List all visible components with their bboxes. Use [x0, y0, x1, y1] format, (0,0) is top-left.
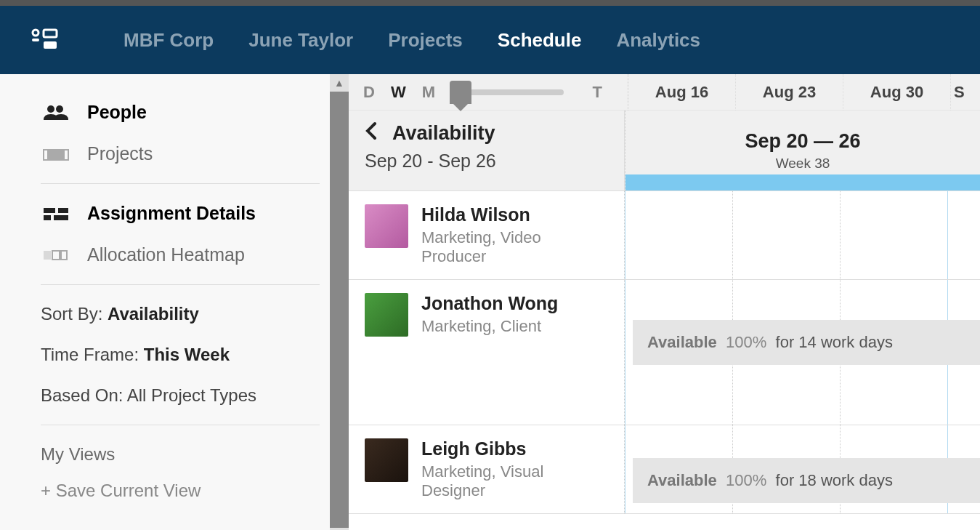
person-role: Marketing, Client [421, 317, 558, 336]
sidebar-scrollbar[interactable]: ▲ [330, 74, 349, 530]
back-chevron-icon[interactable] [365, 121, 378, 146]
main-nav: MBF Corp June Taylor Projects Schedule A… [123, 29, 700, 52]
availability-title: Availability [392, 122, 495, 145]
date-col[interactable]: Aug 23 [736, 74, 843, 111]
sidebar-people[interactable]: People [41, 92, 320, 133]
svg-point-0 [33, 30, 39, 36]
person-role: Marketing, Video Producer [421, 228, 608, 266]
avatar [365, 204, 408, 248]
projects-icon [41, 145, 71, 163]
person-name: Hilda Wilson [421, 204, 608, 225]
filter-time-frame[interactable]: Time Frame: This Week [41, 334, 320, 375]
person-name: Jonathon Wong [421, 293, 558, 314]
svg-rect-13 [52, 251, 60, 260]
people-list: Hilda Wilson Marketing, Video Producer J… [349, 191, 980, 530]
save-current-view-button[interactable]: + Save Current View [41, 475, 320, 507]
person-timeline[interactable]: Available 100% for 18 work days [625, 425, 980, 513]
week-highlight-bar [625, 174, 980, 190]
sidebar-allocation-heatmap[interactable]: Allocation Heatmap [41, 234, 320, 276]
availability-bar[interactable]: Available 100% for 14 work days [633, 320, 980, 365]
week-header[interactable]: Sep 20 — 26 Week 38 [625, 111, 980, 190]
svg-rect-7 [48, 150, 64, 160]
divider [41, 425, 320, 425]
assignment-details-icon [41, 205, 71, 222]
app-logo [29, 28, 58, 52]
today-button[interactable]: T [593, 83, 602, 102]
nav-company[interactable]: MBF Corp [123, 29, 214, 52]
filter-sort-by[interactable]: Sort By: Availability [41, 294, 320, 334]
people-icon [41, 104, 71, 121]
sidebar-label: Projects [87, 143, 153, 164]
nav-projects[interactable]: Projects [388, 29, 463, 52]
divider [41, 183, 320, 184]
sidebar-label: Assignment Details [87, 203, 256, 224]
nav-user[interactable]: June Taylor [248, 29, 353, 52]
schedule-content: D W M T Aug 16 Aug 23 Aug 30 S [349, 74, 980, 530]
date-col[interactable]: Aug 16 [628, 74, 736, 111]
allocation-heatmap-icon [41, 248, 71, 262]
person-row: Leigh Gibbs Marketing, Visual Designer A… [349, 425, 980, 514]
scroll-up-icon[interactable]: ▲ [334, 74, 344, 92]
avatar [365, 438, 408, 482]
svg-point-5 [56, 105, 63, 113]
date-col[interactable]: Aug 30 [843, 74, 951, 111]
svg-rect-11 [54, 215, 68, 220]
svg-rect-10 [44, 215, 51, 220]
availability-date-range: Sep 20 - Sep 26 [365, 150, 608, 172]
svg-rect-8 [44, 208, 55, 213]
availability-bar[interactable]: Available 100% for 18 work days [633, 458, 980, 503]
sidebar-assignment-details[interactable]: Assignment Details [41, 193, 320, 234]
scroll-thumb[interactable] [330, 92, 349, 528]
availability-header: Availability Sep 20 - Sep 26 [349, 111, 625, 190]
date-col-partial[interactable]: S [951, 74, 965, 111]
sidebar: People Projects Assignment Details Alloc… [0, 74, 349, 530]
sidebar-label: Allocation Heatmap [87, 244, 245, 265]
person-timeline[interactable] [625, 191, 980, 279]
app-header: MBF Corp June Taylor Projects Schedule A… [0, 6, 980, 74]
timeline-header: D W M T Aug 16 Aug 23 Aug 30 S [349, 74, 980, 191]
zoom-month[interactable]: M [422, 83, 435, 102]
zoom-slider[interactable] [450, 89, 564, 95]
week-title: Sep 20 — 26 [745, 130, 860, 153]
svg-rect-12 [44, 251, 51, 260]
person-info[interactable]: Jonathon Wong Marketing, Client [349, 280, 625, 425]
zoom-level-selector[interactable]: D W M [363, 83, 435, 102]
nav-schedule[interactable]: Schedule [498, 29, 582, 52]
person-timeline[interactable]: Available 100% for 14 work days [625, 280, 980, 425]
svg-rect-14 [61, 251, 67, 260]
zoom-day[interactable]: D [363, 83, 375, 102]
person-info[interactable]: Hilda Wilson Marketing, Video Producer [349, 191, 625, 279]
svg-point-4 [47, 105, 54, 113]
divider [41, 284, 320, 285]
date-column-headers: Aug 16 Aug 23 Aug 30 S [628, 74, 965, 111]
svg-rect-9 [58, 208, 68, 213]
my-views-label: My Views [41, 434, 320, 475]
svg-rect-2 [44, 30, 57, 37]
filter-based-on[interactable]: Based On: All Project Types [41, 375, 320, 416]
sidebar-projects[interactable]: Projects [41, 133, 320, 174]
person-row: Jonathon Wong Marketing, Client Availabl… [349, 280, 980, 425]
week-number: Week 38 [776, 156, 830, 172]
zoom-week[interactable]: W [391, 83, 406, 102]
person-name: Leigh Gibbs [421, 438, 608, 459]
person-role: Marketing, Visual Designer [421, 462, 608, 500]
sidebar-label: People [87, 102, 147, 123]
avatar [365, 293, 408, 337]
person-info[interactable]: Leigh Gibbs Marketing, Visual Designer [349, 425, 625, 513]
svg-rect-3 [44, 41, 57, 49]
person-row: Hilda Wilson Marketing, Video Producer [349, 191, 980, 280]
nav-analytics[interactable]: Analytics [616, 29, 700, 52]
slider-thumb[interactable] [450, 81, 471, 104]
svg-rect-1 [32, 39, 39, 41]
